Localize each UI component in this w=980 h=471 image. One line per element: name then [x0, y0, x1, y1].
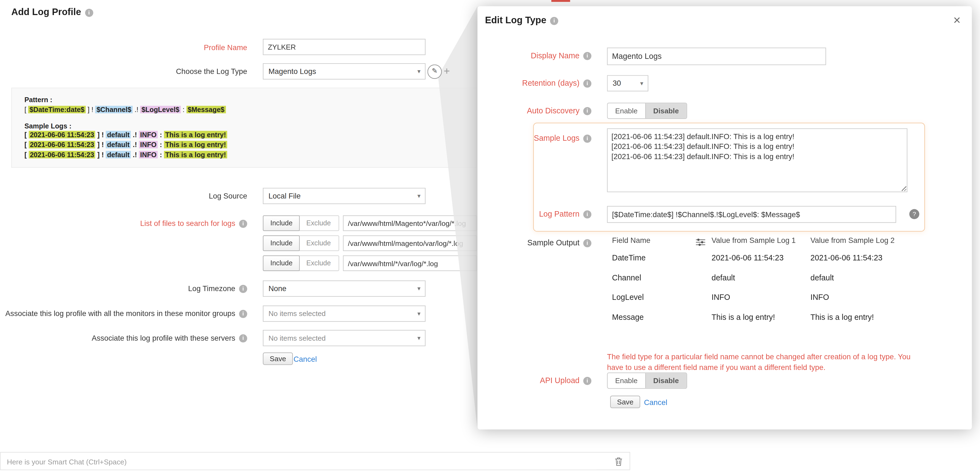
page-title-text: Add Log Profile [11, 6, 81, 17]
log-pattern-label: Log Patterni [539, 206, 591, 222]
file-filter-toggle: Include Exclude [263, 215, 339, 231]
log-type-value: Magento Logs [269, 67, 316, 76]
display-name-input[interactable] [607, 48, 826, 65]
retention-label-text: Retention (days) [522, 79, 579, 88]
log-type-select[interactable]: Magento Logs ▾ [263, 63, 425, 80]
table-cell: INFO [711, 291, 730, 304]
info-icon[interactable]: i [583, 135, 592, 143]
files-label: List of files to search for logsi [140, 215, 247, 231]
disable-button[interactable]: Disable [645, 373, 687, 388]
info-icon[interactable]: i [583, 52, 592, 60]
info-icon[interactable]: i [85, 9, 93, 17]
servers-select[interactable]: No items selected ▾ [263, 330, 425, 346]
close-icon[interactable]: × [953, 14, 961, 26]
pattern-line: [ $DateTime:date$ ] ! $Channel$ .! $LogL… [24, 105, 464, 115]
table-cell: 2021-06-06 11:54:23 [810, 251, 882, 264]
log-source-value: Local File [269, 192, 301, 200]
table-cell: default [810, 272, 834, 284]
info-icon[interactable]: i [583, 377, 592, 385]
timezone-select[interactable]: None ▾ [263, 280, 425, 297]
table-cell: This is a log entry! [810, 311, 874, 324]
smart-chat-input[interactable] [6, 454, 597, 469]
servers-label: Associate this log profile with these se… [92, 330, 247, 346]
display-name-label-text: Display Name [531, 51, 579, 60]
add-log-type-icon[interactable]: + [444, 64, 450, 78]
modal-title-text: Edit Log Type [485, 14, 546, 25]
table-header-sample1: Value from Sample Log 1 [711, 236, 796, 245]
include-button[interactable]: Include [263, 236, 300, 251]
modal-title: Edit Log Typei [485, 14, 558, 25]
include-button[interactable]: Include [263, 256, 300, 271]
table-cell: default [711, 272, 735, 284]
chevron-down-icon: ▾ [417, 285, 421, 292]
table-cell: 2021-06-06 11:54:23 [711, 251, 783, 264]
exclude-button[interactable]: Exclude [299, 236, 338, 251]
profile-name-label: Profile Name [204, 40, 247, 56]
retention-label: Retention (days)i [522, 75, 591, 91]
log-type-label: Choose the Log Type [176, 63, 247, 80]
retention-select[interactable]: 30 ▾ [607, 75, 649, 91]
api-upload-label: API Uploadi [540, 372, 591, 388]
field-filter-icon[interactable] [696, 237, 705, 248]
edit-log-type-icon[interactable]: ✎ [427, 64, 442, 79]
monitor-groups-value: No items selected [269, 310, 326, 317]
sample-output-label-text: Sample Output [527, 239, 579, 247]
info-icon[interactable]: i [239, 285, 247, 293]
enable-button[interactable]: Enable [608, 373, 645, 388]
timezone-value: None [269, 284, 286, 293]
exclude-button[interactable]: Exclude [299, 256, 338, 271]
file-path-input[interactable] [343, 256, 477, 271]
table-cell: INFO [810, 291, 829, 304]
log-pattern-input[interactable] [607, 206, 896, 223]
api-upload-toggle: Enable Disable [607, 372, 687, 388]
chevron-down-icon: ▾ [417, 334, 421, 341]
display-name-label: Display Namei [531, 48, 591, 64]
api-upload-label-text: API Upload [540, 376, 579, 385]
chevron-down-icon: ▾ [417, 68, 421, 75]
modal-cancel-link[interactable]: Cancel [644, 396, 667, 409]
table-cell: This is a log entry! [711, 311, 775, 324]
modal-save-button[interactable]: Save [610, 396, 640, 408]
timezone-label: Log Timezonei [188, 280, 247, 297]
chevron-down-icon: ▾ [640, 80, 644, 86]
sample-output-label: Sample Outputi [527, 235, 591, 251]
sample-logs-textarea[interactable]: [2021-06-06 11:54:23] default.INFO: This… [607, 129, 907, 192]
info-icon[interactable]: i [239, 310, 247, 318]
servers-value: No items selected [269, 334, 326, 342]
profile-name-input[interactable] [263, 39, 425, 55]
file-filter-toggle: Include Exclude [263, 256, 339, 271]
info-icon[interactable]: i [583, 239, 592, 247]
monitor-groups-select[interactable]: No items selected ▾ [263, 306, 425, 322]
page: Add Log Profilei Profile Name Choose the… [0, 0, 980, 471]
info-icon[interactable]: i [239, 334, 247, 342]
sample-logs-title: Sample Logs : [24, 122, 464, 129]
auto-discovery-toggle: Enable Disable [607, 103, 687, 119]
exclude-button[interactable]: Exclude [299, 216, 338, 231]
monitor-groups-label: Associate this log profile with all the … [5, 306, 247, 322]
info-icon[interactable]: i [583, 210, 592, 218]
smart-chat-bar [0, 452, 630, 470]
info-icon[interactable]: i [239, 220, 247, 228]
log-pattern-label-text: Log Pattern [539, 210, 579, 218]
log-source-select[interactable]: Local File ▾ [263, 188, 425, 204]
info-icon[interactable]: i [583, 107, 592, 115]
log-source-label: Log Source [209, 188, 247, 204]
active-tab-indicator [551, 0, 570, 2]
cancel-link[interactable]: Cancel [293, 352, 317, 366]
table-header-field-name: Field Name [612, 236, 651, 245]
auto-discovery-label: Auto Discoveryi [527, 103, 592, 119]
clear-chat-icon[interactable] [614, 457, 623, 469]
files-label-text: List of files to search for logs [140, 219, 235, 228]
save-button[interactable]: Save [263, 352, 293, 365]
table-header-sample2: Value from Sample Log 2 [810, 236, 894, 245]
disable-button[interactable]: Disable [645, 103, 687, 118]
help-icon[interactable]: ? [909, 209, 920, 220]
include-button[interactable]: Include [263, 215, 300, 231]
monitor-groups-label-text: Associate this log profile with all the … [5, 309, 235, 318]
info-icon[interactable]: i [550, 17, 558, 25]
info-icon[interactable]: i [583, 80, 592, 88]
file-filter-toggle: Include Exclude [263, 236, 339, 251]
pattern-title: Pattern : [24, 96, 464, 103]
table-cell: DateTime [612, 251, 646, 264]
enable-button[interactable]: Enable [608, 103, 645, 118]
